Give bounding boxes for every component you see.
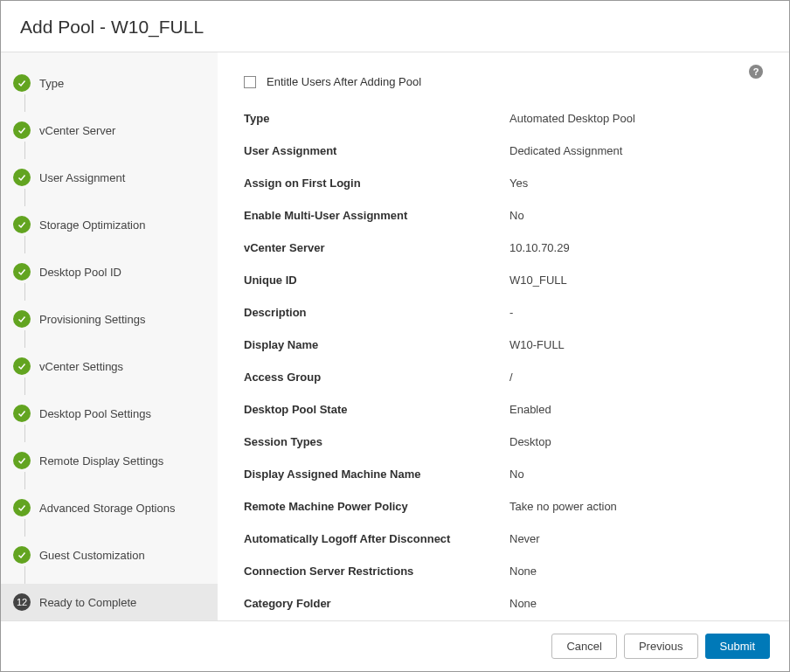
check-icon (13, 169, 31, 186)
summary-label: Connection Server Restrictions (244, 565, 509, 578)
summary-value: No (509, 468, 759, 481)
cancel-button[interactable]: Cancel (551, 634, 616, 659)
step-connector (24, 425, 25, 442)
check-icon (13, 546, 31, 564)
check-icon (13, 452, 31, 469)
entitle-users-row: Entitle Users After Adding Pool (244, 75, 759, 88)
step-label: Ready to Complete (39, 596, 136, 609)
summary-row: Unique IDW10_FULL (244, 264, 759, 296)
wizard-step[interactable]: 12Ready to Complete (1, 584, 218, 620)
summary-value: 10.10.70.29 (509, 241, 759, 254)
summary-content[interactable]: ? Entitle Users After Adding Pool TypeAu… (218, 52, 789, 620)
summary-value: W10_FULL (509, 274, 759, 287)
wizard-step[interactable]: User Assignment (1, 159, 218, 196)
previous-button[interactable]: Previous (624, 634, 698, 659)
check-icon (13, 310, 31, 328)
summary-value: Automated Desktop Pool (509, 112, 759, 125)
summary-label: Description (244, 306, 509, 319)
summary-label: Remote Machine Power Policy (244, 500, 509, 513)
modal-header: Add Pool - W10_FULL (1, 1, 789, 52)
summary-value: Dedicated Assignment (509, 144, 759, 157)
step-label: Type (39, 77, 64, 90)
summary-row: User AssignmentDedicated Assignment (244, 135, 759, 167)
check-icon (13, 121, 31, 139)
summary-row: Session TypesDesktop (244, 426, 759, 458)
summary-value: - (509, 306, 759, 319)
entitle-users-checkbox[interactable] (244, 76, 256, 88)
summary-label: Automatically Logoff After Disconnect (244, 532, 509, 545)
step-connector (24, 94, 25, 112)
step-label: Desktop Pool ID (39, 266, 121, 279)
submit-button[interactable]: Submit (705, 634, 770, 659)
step-label: User Assignment (39, 171, 125, 184)
summary-value: Take no power action (509, 500, 759, 513)
summary-label: User Assignment (244, 144, 509, 157)
summary-row: Description- (244, 296, 759, 329)
check-icon (13, 263, 31, 281)
check-icon (13, 216, 31, 233)
summary-row: Enable Multi-User AssignmentNo (244, 199, 759, 232)
step-label: Guest Customization (39, 549, 145, 562)
modal-footer: Cancel Previous Submit (1, 620, 789, 671)
step-label: Storage Optimization (39, 218, 145, 232)
step-label: vCenter Settings (39, 360, 123, 373)
summary-row: Display Assigned Machine NameNo (244, 458, 759, 490)
summary-value: Yes (509, 177, 759, 190)
step-label: Provisioning Settings (39, 313, 145, 326)
entitle-users-label: Entitle Users After Adding Pool (267, 75, 421, 88)
summary-row: TypeAutomated Desktop Pool (244, 102, 759, 135)
check-icon (13, 499, 31, 516)
summary-value: Never (509, 532, 759, 545)
summary-label: Display Assigned Machine Name (244, 468, 509, 481)
summary-row: Automatically Logoff After DisconnectNev… (244, 523, 759, 555)
wizard-sidebar[interactable]: TypevCenter ServerUser AssignmentStorage… (1, 52, 218, 620)
wizard-step[interactable]: Remote Display Settings (1, 442, 218, 479)
help-icon[interactable]: ? (749, 65, 763, 79)
step-connector (24, 566, 25, 584)
step-connector (24, 378, 25, 395)
wizard-step[interactable]: Guest Customization (1, 537, 218, 573)
summary-label: Assign on First Login (244, 177, 509, 190)
step-connector (24, 189, 25, 206)
summary-row: Desktop Pool StateEnabled (244, 393, 759, 426)
step-connector (24, 142, 25, 159)
wizard-step[interactable]: Desktop Pool ID (1, 253, 218, 290)
wizard-step[interactable]: Storage Optimization (1, 206, 218, 243)
summary-value: None (509, 597, 759, 610)
modal-dialog: Add Pool - W10_FULL TypevCenter ServerUs… (0, 0, 790, 672)
wizard-step[interactable]: Type (1, 65, 218, 101)
modal-title: Add Pool - W10_FULL (20, 17, 770, 38)
summary-label: Display Name (244, 338, 509, 351)
wizard-step[interactable]: vCenter Server (1, 112, 218, 149)
wizard-step[interactable]: vCenter Settings (1, 348, 218, 384)
step-number-icon: 12 (13, 593, 31, 611)
step-label: Remote Display Settings (39, 454, 163, 468)
wizard-step[interactable]: Provisioning Settings (1, 301, 218, 337)
step-connector (24, 472, 25, 489)
step-connector (24, 283, 25, 301)
wizard-step[interactable]: Desktop Pool Settings (1, 395, 218, 432)
wizard-step[interactable]: Advanced Storage Options (1, 489, 218, 526)
summary-label: Session Types (244, 435, 509, 448)
summary-row: Remote Machine Power PolicyTake no power… (244, 490, 759, 523)
summary-label: vCenter Server (244, 241, 509, 254)
summary-value: No (509, 209, 759, 222)
summary-row: Connection Server RestrictionsNone (244, 555, 759, 587)
step-label: Advanced Storage Options (39, 502, 175, 515)
summary-label: Category Folder (244, 597, 509, 610)
summary-row: Access Group/ (244, 361, 759, 393)
summary-row: vCenter Server10.10.70.29 (244, 232, 759, 264)
check-icon (13, 405, 31, 422)
summary-label: Access Group (244, 371, 509, 384)
summary-value: Desktop (509, 435, 759, 448)
summary-label: Enable Multi-User Assignment (244, 209, 509, 222)
check-icon (13, 357, 31, 375)
summary-value: Enabled (509, 403, 759, 416)
summary-row: Category FolderNone (244, 587, 759, 620)
step-connector (24, 330, 25, 348)
step-label: vCenter Server (39, 124, 115, 137)
summary-label: Unique ID (244, 274, 509, 287)
summary-value: / (509, 371, 759, 384)
summary-label: Desktop Pool State (244, 403, 509, 416)
wizard-steps: TypevCenter ServerUser AssignmentStorage… (1, 65, 218, 620)
